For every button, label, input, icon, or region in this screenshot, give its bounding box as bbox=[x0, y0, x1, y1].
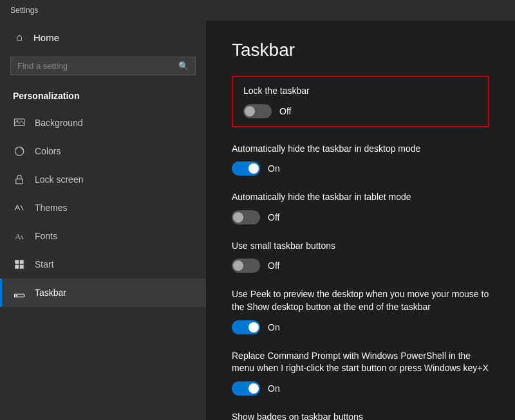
toggle-thumb-auto-hide-desktop bbox=[248, 163, 259, 174]
toggle-status-replace-cmd: On bbox=[268, 383, 280, 394]
svg-rect-3 bbox=[16, 179, 23, 184]
sidebar-item-themes-label: Themes bbox=[35, 203, 68, 213]
search-icon: 🔍 bbox=[178, 61, 189, 71]
setting-show-badges: Show badges on taskbar buttons On bbox=[232, 411, 489, 420]
sidebar-item-taskbar[interactable]: Taskbar bbox=[0, 278, 206, 307]
toggle-track-peek-preview bbox=[232, 320, 260, 334]
toggle-track-replace-cmd bbox=[232, 381, 260, 396]
svg-rect-8 bbox=[20, 260, 24, 264]
setting-auto-hide-desktop: Automatically hide the taskbar in deskto… bbox=[232, 143, 489, 176]
toggle-replace-cmd[interactable] bbox=[232, 381, 260, 396]
setting-lock-taskbar-label: Lock the taskbar bbox=[243, 85, 478, 98]
main-content: Taskbar Lock the taskbar Off Automatical… bbox=[206, 21, 515, 420]
toggle-thumb-peek-preview bbox=[248, 322, 259, 333]
setting-lock-taskbar: Lock the taskbar Off bbox=[232, 76, 489, 127]
setting-peek-preview-label: Use Peek to preview the desktop when you… bbox=[232, 288, 489, 313]
sidebar-section-title: Personalization bbox=[0, 86, 206, 109]
setting-replace-cmd-toggle-row: On bbox=[232, 381, 489, 396]
toggle-thumb-replace-cmd bbox=[248, 383, 259, 394]
toggle-auto-hide-desktop[interactable] bbox=[232, 161, 260, 176]
sidebar-item-fonts[interactable]: A A Fonts bbox=[0, 222, 206, 250]
sidebar-item-start[interactable]: Start bbox=[0, 250, 206, 278]
toggle-status-auto-hide-tablet: Off bbox=[268, 212, 279, 223]
setting-lock-taskbar-toggle-row: Off bbox=[243, 104, 478, 118]
background-icon bbox=[13, 116, 26, 129]
svg-rect-7 bbox=[15, 260, 19, 264]
toggle-status-peek-preview: On bbox=[268, 322, 280, 333]
sidebar-item-lock-screen[interactable]: Lock screen bbox=[0, 165, 206, 194]
page-title: Taskbar bbox=[232, 40, 489, 60]
setting-auto-hide-tablet-toggle-row: Off bbox=[232, 210, 489, 224]
sidebar-item-colors[interactable]: Colors bbox=[0, 137, 206, 165]
toggle-status-lock-taskbar: Off bbox=[279, 106, 291, 116]
toggle-status-small-buttons: Off bbox=[268, 260, 279, 271]
toggle-small-buttons[interactable] bbox=[232, 259, 260, 273]
toggle-peek-preview[interactable] bbox=[232, 320, 260, 334]
setting-replace-cmd: Replace Command Prompt with Windows Powe… bbox=[232, 350, 489, 396]
toggle-status-auto-hide-desktop: On bbox=[268, 163, 280, 174]
sidebar-item-background[interactable]: Background bbox=[0, 109, 206, 137]
toggle-thumb-small-buttons bbox=[233, 260, 243, 271]
sidebar-home[interactable]: ⌂ Home bbox=[0, 21, 206, 54]
app-body: ⌂ Home 🔍 Personalization Background bbox=[0, 21, 515, 420]
setting-replace-cmd-label: Replace Command Prompt with Windows Powe… bbox=[232, 350, 489, 375]
lock-icon bbox=[13, 173, 26, 186]
setting-show-badges-label: Show badges on taskbar buttons bbox=[232, 411, 489, 420]
start-icon bbox=[13, 258, 26, 271]
sidebar-item-taskbar-label: Taskbar bbox=[35, 288, 66, 298]
setting-auto-hide-desktop-toggle-row: On bbox=[232, 161, 489, 176]
search-box[interactable]: 🔍 bbox=[10, 57, 196, 75]
toggle-lock-taskbar[interactable] bbox=[243, 104, 272, 118]
toggle-auto-hide-tablet[interactable] bbox=[232, 210, 260, 224]
toggle-thumb-lock-taskbar bbox=[245, 106, 255, 116]
setting-auto-hide-tablet: Automatically hide the taskbar in tablet… bbox=[232, 191, 489, 224]
colors-icon bbox=[13, 145, 26, 158]
setting-small-buttons: Use small taskbar buttons Off bbox=[232, 240, 489, 273]
toggle-track-auto-hide-desktop bbox=[232, 161, 260, 176]
taskbar-icon bbox=[13, 286, 26, 299]
svg-text:A: A bbox=[20, 235, 24, 241]
setting-auto-hide-desktop-label: Automatically hide the taskbar in deskto… bbox=[232, 143, 489, 156]
search-input[interactable] bbox=[17, 61, 173, 71]
sidebar-item-background-label: Background bbox=[35, 118, 83, 128]
title-bar: Settings bbox=[0, 0, 515, 21]
sidebar-item-start-label: Start bbox=[35, 259, 54, 269]
setting-peek-preview: Use Peek to preview the desktop when you… bbox=[232, 288, 489, 334]
sidebar-item-colors-label: Colors bbox=[35, 146, 61, 156]
setting-small-buttons-label: Use small taskbar buttons bbox=[232, 240, 489, 253]
toggle-thumb-auto-hide-tablet bbox=[233, 212, 243, 223]
toggle-track-lock-taskbar bbox=[243, 104, 272, 118]
sidebar: ⌂ Home 🔍 Personalization Background bbox=[0, 21, 206, 420]
sidebar-item-lock-screen-label: Lock screen bbox=[35, 174, 83, 185]
fonts-icon: A A bbox=[13, 230, 26, 242]
svg-rect-10 bbox=[20, 265, 24, 269]
setting-small-buttons-toggle-row: Off bbox=[232, 259, 489, 273]
sidebar-item-fonts-label: Fonts bbox=[35, 231, 57, 241]
app-title: Settings bbox=[10, 6, 38, 15]
setting-auto-hide-tablet-label: Automatically hide the taskbar in tablet… bbox=[232, 191, 489, 204]
svg-point-1 bbox=[17, 120, 18, 122]
sidebar-item-themes[interactable]: Themes bbox=[0, 194, 206, 222]
setting-peek-preview-toggle-row: On bbox=[232, 320, 489, 334]
sidebar-home-label: Home bbox=[33, 32, 59, 43]
svg-rect-9 bbox=[15, 265, 19, 269]
home-icon: ⌂ bbox=[13, 31, 26, 44]
themes-icon bbox=[13, 201, 26, 214]
toggle-track-auto-hide-tablet bbox=[232, 210, 260, 224]
toggle-track-small-buttons bbox=[232, 259, 260, 273]
svg-rect-12 bbox=[15, 295, 17, 297]
